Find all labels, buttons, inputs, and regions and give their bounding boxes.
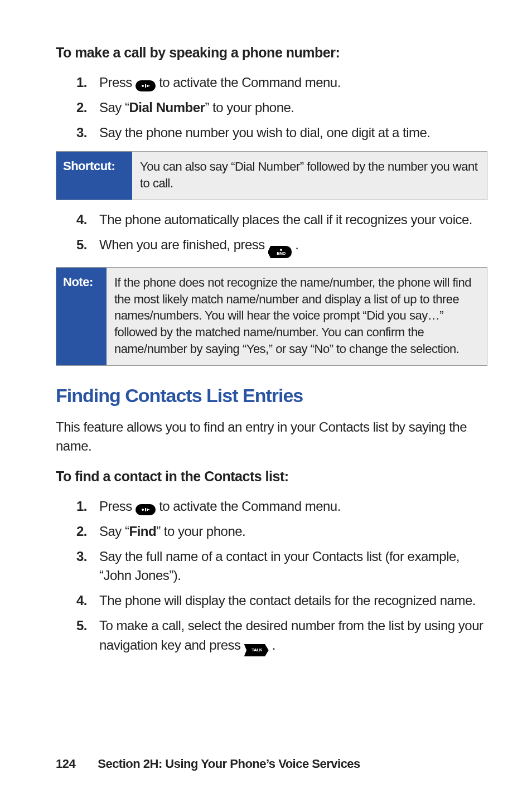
step-row: 1. Press to activate the Command menu. bbox=[56, 73, 487, 93]
manual-page: To make a call by speaking a phone numbe… bbox=[0, 0, 532, 798]
text-span: to activate the Command menu. bbox=[159, 499, 341, 514]
note-callout: Note: If the phone does not recognize th… bbox=[56, 267, 487, 365]
voice-key-icon bbox=[136, 504, 156, 515]
svg-rect-6 bbox=[147, 509, 148, 511]
step-row: 5. When you are finished, press END . bbox=[56, 235, 487, 259]
step-row: 3. Say the phone number you wish to dial… bbox=[56, 123, 487, 143]
voice-key-icon bbox=[136, 80, 156, 91]
step-number: 4. bbox=[56, 210, 87, 230]
steps-make-call-cont: 4. The phone automatically places the ca… bbox=[56, 210, 487, 258]
text-bold: Dial Number bbox=[129, 100, 205, 115]
step-text: Say the full name of a contact in your C… bbox=[99, 547, 487, 586]
step-number: 1. bbox=[56, 497, 87, 516]
step-number: 3. bbox=[56, 123, 87, 143]
step-number: 2. bbox=[56, 522, 87, 541]
section-indicator: Section 2H: Using Your Phone’s Voice Ser… bbox=[98, 757, 360, 771]
svg-rect-2 bbox=[147, 85, 148, 87]
step-row: 3. Say the full name of a contact in you… bbox=[56, 547, 487, 586]
step-row: 5. To make a call, select the desired nu… bbox=[56, 616, 487, 656]
step-text: The phone will display the contact detai… bbox=[99, 591, 487, 611]
step-text: Say “Find” to your phone. bbox=[99, 522, 487, 541]
talk-key-icon: TALK bbox=[244, 644, 269, 656]
text-span: . bbox=[272, 637, 275, 652]
step-text: Press to activate the Command menu. bbox=[99, 497, 487, 516]
step-text: The phone automatically places the call … bbox=[99, 210, 487, 230]
svg-rect-7 bbox=[148, 509, 149, 510]
step-row: 4. The phone automatically places the ca… bbox=[56, 210, 487, 230]
text-bold: Find bbox=[129, 524, 157, 539]
shortcut-body: You can also say “Dial Number” followed … bbox=[132, 152, 487, 199]
svg-point-4 bbox=[142, 509, 144, 511]
step-number: 5. bbox=[56, 235, 87, 255]
step-number: 1. bbox=[56, 73, 87, 93]
note-body: If the phone does not recognize the name… bbox=[107, 268, 487, 365]
text-span: Say “ bbox=[99, 100, 129, 115]
end-key-icon: END bbox=[268, 246, 292, 258]
step-text: To make a call, select the desired numbe… bbox=[99, 616, 487, 656]
step-number: 5. bbox=[56, 616, 87, 636]
step-number: 3. bbox=[56, 547, 87, 567]
step-row: 4. The phone will display the contact de… bbox=[56, 591, 487, 611]
svg-rect-3 bbox=[148, 85, 149, 86]
text-span: to activate the Command menu. bbox=[159, 75, 341, 90]
shortcut-callout: Shortcut: You can also say “Dial Number”… bbox=[56, 151, 487, 200]
step-number: 2. bbox=[56, 98, 87, 118]
step-row: 2. Say “Find” to your phone. bbox=[56, 522, 487, 541]
text-span: When you are finished, press bbox=[99, 237, 268, 252]
section-title: Finding Contacts List Entries bbox=[56, 385, 487, 407]
page-number: 124 bbox=[56, 757, 75, 771]
page-footer: 124 Section 2H: Using Your Phone’s Voice… bbox=[56, 757, 360, 771]
subheading-make-call: To make a call by speaking a phone numbe… bbox=[56, 45, 487, 61]
step-text: Say “Dial Number” to your phone. bbox=[99, 98, 487, 118]
steps-find: 1. Press to activate the Command menu. 2… bbox=[56, 497, 487, 656]
step-row: 2. Say “Dial Number” to your phone. bbox=[56, 98, 487, 118]
svg-point-0 bbox=[142, 85, 144, 87]
text-span: Press bbox=[99, 499, 136, 514]
text-span: Say “ bbox=[99, 524, 129, 539]
text-span: ” to your phone. bbox=[156, 524, 245, 539]
svg-rect-1 bbox=[145, 84, 146, 88]
talk-key-label: TALK bbox=[252, 648, 262, 652]
step-text: Press to activate the Command menu. bbox=[99, 73, 487, 93]
intro-paragraph: This feature allows you to find an entry… bbox=[56, 418, 487, 457]
subheading-find: To find a contact in the Contacts list: bbox=[56, 468, 487, 485]
text-span: To make a call, select the desired numbe… bbox=[99, 618, 483, 652]
shortcut-label: Shortcut: bbox=[56, 152, 132, 199]
text-span: ” to your phone. bbox=[205, 100, 294, 115]
steps-make-call: 1. Press to activate the Command menu. 2… bbox=[56, 73, 487, 142]
text-span: Press bbox=[99, 75, 136, 90]
step-row: 1. Press to activate the Command menu. bbox=[56, 497, 487, 516]
svg-rect-5 bbox=[145, 508, 146, 511]
end-key-label: END bbox=[277, 252, 285, 256]
step-text: When you are finished, press END . bbox=[99, 235, 487, 259]
note-label: Note: bbox=[56, 268, 107, 365]
text-span: . bbox=[295, 237, 298, 252]
step-number: 4. bbox=[56, 591, 87, 611]
step-text: Say the phone number you wish to dial, o… bbox=[99, 123, 487, 143]
